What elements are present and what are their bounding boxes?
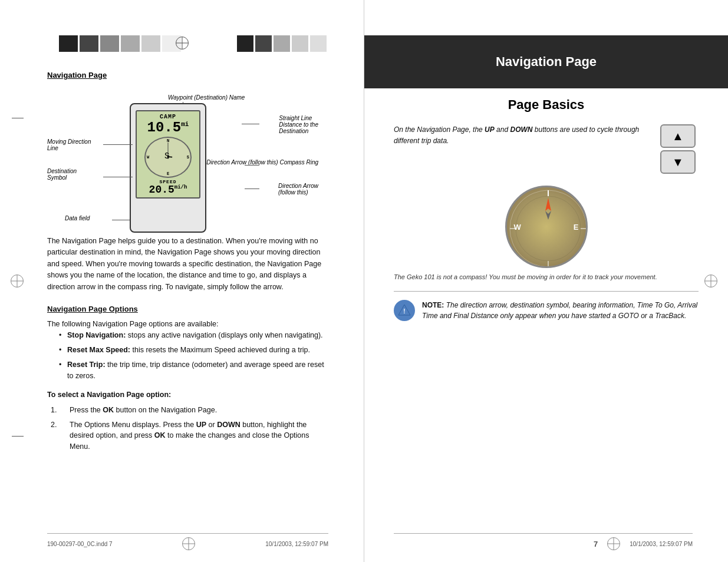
description-text: On the Navigation Page, the UP and DOWN … [394, 124, 645, 174]
step-2-text: The Options Menu displays. Press the UP … [70, 421, 309, 451]
line-straight-line [242, 124, 259, 124]
down-label: DOWN [510, 125, 532, 134]
option-bold-3: Reset Trip: [67, 361, 106, 369]
page-basics-title: Page Basics [394, 97, 699, 113]
right-content: Page Basics On the Navigation Page, the … [394, 97, 699, 321]
top-stripe-left [59, 35, 328, 52]
label-data-field: Data field [65, 215, 90, 222]
label-straight-line: Straight Line Distance to the Destinatio… [279, 115, 318, 134]
step-1-text: Press the OK button on the Navigation Pa… [70, 406, 217, 414]
compass-e-label: E [574, 223, 579, 232]
footer-right-content: 7 10/1/2003, 12:59:07 PM [594, 537, 693, 550]
label-moving-direction: Moving DirectionLine [47, 138, 91, 151]
diagram-title: Navigation Page [47, 71, 324, 80]
compass-wrapper: W E [394, 186, 699, 268]
ok-bold: OK [103, 406, 114, 414]
line-compass-ring [245, 165, 259, 166]
steps-list: Press the OK button on the Navigation Pa… [59, 405, 328, 452]
compass-w-label: W [514, 223, 521, 232]
options-list: Stop Navigation: stops any active naviga… [59, 330, 328, 381]
reg-mark-left-bottom [12, 436, 24, 437]
step-2: The Options Menu displays. Press the UP … [59, 419, 328, 452]
option-bold-1: Stop Navigation: [67, 331, 126, 339]
label-waypoint: Waypoint (Destination) Name [168, 94, 245, 101]
body-text-area: The Navigation Page helps guide you to a… [47, 236, 328, 456]
line-direction-arrow [245, 189, 259, 189]
label-destination-symbol: DestinationSymbol [47, 168, 77, 181]
bottom-bar-right: 7 10/1/2003, 12:59:07 PM [394, 533, 693, 550]
to-select-heading: To select a Navigation Page option: [47, 389, 328, 401]
compass-e: S [187, 155, 189, 160]
compass-s: E [167, 171, 169, 176]
gps-distance: 10.5mi [147, 120, 189, 135]
diagram-area: Navigation Page Waypoint (Destination) N… [47, 71, 324, 244]
footer-file: 190-00297-00_0C.indd 7 [47, 541, 113, 547]
step-1: Press the OK button on the Navigation Pa… [59, 405, 328, 416]
line-destination-symbol [103, 177, 133, 177]
note-text: NOTE: The direction arrow, destination s… [422, 300, 699, 321]
up-bold: UP [196, 421, 206, 429]
target-circle-mid-left [11, 275, 24, 287]
gps-screen: CAMP 10.5mi N E S W S [136, 110, 200, 199]
nav-options-intro: The following Navigation Page options ar… [47, 319, 328, 330]
svg-text:!: ! [403, 308, 405, 315]
target-circle-bottom [182, 537, 195, 550]
label-direction-arrow: Direction Arrow(follow this) [278, 183, 318, 196]
right-page: Navigation Page Page Basics On the Navig… [364, 0, 728, 562]
target-circle-mid-right [704, 275, 717, 287]
gps-device: CAMP 10.5mi N E S W S [130, 103, 206, 233]
target-circle-top [176, 37, 189, 49]
left-page: Navigation Page Waypoint (Destination) N… [0, 0, 364, 562]
page-number-right: 7 [594, 540, 598, 548]
bottom-bar-left: 190-00297-00_0C.indd 7 10/1/2003, 12:59:… [47, 533, 328, 550]
list-item: Reset Max Speed: this resets the Maximum… [59, 345, 328, 356]
note-svg: ! [397, 303, 411, 318]
compass-image-container: W E The Geko 101 is not a compass! You m… [394, 186, 699, 282]
down-bold: DOWN [217, 421, 241, 429]
compass-w: W [147, 155, 149, 160]
line-moving-direction [103, 144, 133, 145]
option-bold-2: Reset Max Speed: [67, 346, 130, 354]
up-label: UP [485, 125, 495, 134]
note-box: ! NOTE: The direction arrow, destination… [394, 291, 699, 321]
nav-options-heading: Navigation Page Options [47, 303, 328, 315]
right-header: Navigation Page [364, 35, 728, 88]
down-button[interactable]: ▼ [660, 150, 696, 174]
svg-marker-7 [545, 198, 551, 211]
list-item: Reset Trip: the trip time, trip distance… [59, 359, 328, 382]
gps-speed-value: 20.5mi/h [149, 184, 187, 195]
compass-caption: The Geko 101 is not a compass! You must … [394, 273, 699, 282]
note-label: NOTE: [422, 301, 444, 309]
footer-date-right: 10/1/2003, 12:59:07 PM [630, 541, 693, 547]
target-circle-bottom-right [607, 537, 620, 550]
body-paragraph: The Navigation Page helps guide you to a… [47, 236, 328, 293]
svg-marker-8 [545, 211, 551, 220]
diagram-container: Waypoint (Destination) Name Straight Lin… [47, 91, 324, 244]
up-down-section: On the Navigation Page, the UP and DOWN … [394, 124, 699, 174]
gps-compass-ring: N E S W S ↖ [144, 137, 192, 178]
note-italic: The direction arrow, destination symbol,… [422, 301, 697, 320]
footer-date-left: 10/1/2003, 12:59:07 PM [265, 541, 328, 547]
right-header-title: Navigation Page [496, 54, 597, 70]
line-data-field [112, 220, 130, 220]
up-down-buttons: ▲ ▼ [657, 124, 699, 174]
list-item: Stop Navigation: stops any active naviga… [59, 330, 328, 341]
label-compass-ring: Direction Arrow (follow this) Compass Ri… [206, 159, 318, 166]
compass-large: W E [505, 186, 588, 268]
ok-bold-2: OK [154, 431, 166, 439]
reg-mark-left [12, 118, 24, 118]
note-icon: ! [394, 300, 415, 321]
up-button[interactable]: ▲ [660, 124, 696, 148]
